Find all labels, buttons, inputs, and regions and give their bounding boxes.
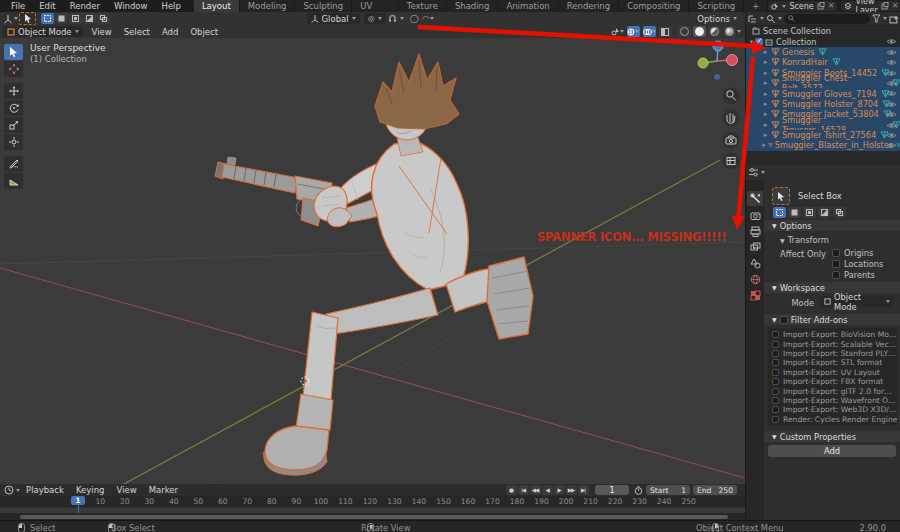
expand-arrow-icon[interactable]: ▸ (762, 48, 769, 56)
menu-item[interactable]: File (4, 1, 32, 11)
expand-arrow-icon[interactable]: ▸ (762, 90, 769, 98)
timeline-menu-item[interactable]: Playback (20, 485, 70, 495)
visibility-eye-icon[interactable] (886, 80, 897, 87)
expand-arrow-icon[interactable]: ▸ (762, 131, 769, 139)
select-mode-extend-button[interactable] (55, 13, 68, 24)
snap-target-dropdown[interactable]: ◎ (364, 13, 386, 24)
transport-button[interactable]: ▶▶ (566, 485, 577, 495)
outliner-object-row[interactable]: ▸ Smuggler Trousers_16528 (746, 120, 900, 130)
scene-name[interactable]: Scene (789, 2, 813, 11)
chevron-down-icon[interactable] (778, 17, 782, 20)
mode-intersect-button[interactable] (833, 207, 846, 218)
workspace-tab[interactable]: Animation (498, 0, 558, 12)
filter-addons-checkbox[interactable] (780, 316, 788, 324)
remove-view-layer-icon[interactable]: ✕ (892, 2, 899, 10)
expand-arrow-icon[interactable]: ▸ (762, 79, 769, 87)
tool-scale[interactable] (4, 117, 23, 133)
options-dropdown[interactable]: Options (693, 13, 741, 24)
workspace-tab[interactable]: Shading (447, 0, 499, 12)
proportional-editing-toggle[interactable]: ◯ (408, 13, 421, 24)
addon-checkbox[interactable] (772, 331, 779, 338)
visibility-eye-icon[interactable] (886, 49, 897, 56)
tool-cursor[interactable] (4, 61, 23, 77)
select-mode-intersect-button[interactable] (97, 13, 110, 24)
transform-subpanel-header[interactable]: ▼Transform (780, 235, 829, 245)
expand-arrow-icon[interactable]: ▸ (762, 100, 769, 108)
tool-rotate[interactable] (4, 100, 23, 116)
transform-orientation-dropdown[interactable]: Global (307, 13, 360, 24)
workspace-tab[interactable]: Sculpting (295, 0, 352, 12)
tool-annotate[interactable] (4, 156, 23, 172)
mode-set-button[interactable] (773, 207, 786, 218)
transport-button[interactable]: ▶| (578, 485, 589, 495)
unlink-scene-icon[interactable]: ✕ (828, 2, 835, 10)
collection-checkbox[interactable] (755, 38, 763, 46)
tool-transform[interactable] (4, 134, 23, 150)
expand-arrow-icon[interactable]: ▸ (762, 69, 769, 77)
collapse-arrow-icon[interactable]: ▾ (748, 38, 755, 46)
select-mode-set-button[interactable] (41, 13, 54, 24)
viewport-3d[interactable]: User Perspective (1) Collection SPANNER … (0, 38, 745, 484)
addon-checkbox[interactable] (772, 341, 779, 348)
viewport-menu-item[interactable]: Object (184, 27, 224, 37)
outliner-search-input[interactable] (784, 14, 871, 24)
tool-measure[interactable] (4, 173, 23, 189)
outliner-object-row[interactable]: ▸ Smuggler Gloves_7194 (746, 88, 900, 98)
funnel-filter-icon[interactable] (872, 14, 881, 23)
new-collection-icon[interactable] (889, 14, 899, 24)
view-layer-selector[interactable]: View Layer ✕ (841, 1, 900, 11)
mode-invert-button[interactable] (818, 207, 831, 218)
addon-checkbox[interactable] (772, 388, 779, 395)
expand-arrow-icon[interactable]: ▸ (762, 58, 769, 66)
visibility-eye-icon[interactable] (886, 142, 897, 149)
addon-row[interactable]: Import-Export: Wavefront OBJ format (768, 396, 898, 405)
tab-tool[interactable] (747, 191, 763, 206)
timeline-menu-item[interactable]: Marker (143, 485, 184, 495)
shading-wireframe-button[interactable] (678, 26, 691, 37)
transport-button[interactable]: ◀◀ (530, 485, 541, 495)
character-model[interactable] (215, 54, 533, 475)
workspace-tab[interactable]: Rendering (559, 0, 619, 12)
tab-texture[interactable] (747, 288, 763, 303)
addon-checkbox[interactable] (772, 397, 779, 404)
select-mode-subtract-button[interactable] (69, 13, 82, 24)
workspace-tab[interactable]: UV Editing (352, 0, 399, 12)
start-frame-field[interactable]: Start1 (646, 485, 690, 495)
addon-row[interactable]: Import-Export: UV Layout (768, 368, 898, 377)
editor-type-button[interactable] (3, 13, 18, 24)
timeline-menu-item[interactable]: View (111, 485, 143, 495)
locations-checkbox[interactable] (832, 260, 840, 268)
outliner-collection-row[interactable]: ▾ Collection (746, 36, 900, 46)
mode-dropdown[interactable]: Object Mode (3, 26, 83, 37)
shading-material-button[interactable] (708, 26, 721, 37)
snap-magnet-toggle[interactable] (386, 13, 399, 24)
workspace-tab[interactable]: Modeling (240, 0, 296, 12)
addon-row[interactable]: Render: Cycles Render Engine (768, 415, 898, 424)
options-panel-header[interactable]: ▼Options (764, 220, 900, 231)
end-frame-field[interactable]: End250 (693, 485, 737, 495)
transport-button[interactable]: ● (506, 485, 517, 495)
workspace-tab[interactable]: Compositing (619, 0, 689, 12)
visibility-eye-icon[interactable] (886, 90, 897, 97)
workspace-tab[interactable]: Texture Paint (399, 0, 447, 12)
viewport-menu-item[interactable]: Select (118, 27, 156, 37)
tab-scene[interactable] (747, 256, 763, 271)
outliner-object-row[interactable]: ▸ Smuggler Tshirt_27564 (746, 130, 900, 140)
visibility-eye-icon[interactable] (886, 101, 897, 108)
outliner-filter-icon[interactable] (766, 14, 776, 24)
affect-locations-row[interactable]: Locations (832, 259, 883, 269)
addon-checkbox[interactable] (772, 416, 779, 423)
workspace-tab[interactable]: Scripting (689, 0, 744, 12)
custom-properties-header[interactable]: ▼Custom Properties (764, 431, 900, 442)
new-scene-icon[interactable] (817, 2, 825, 10)
viewport-nav-buttons[interactable] (723, 88, 740, 170)
outliner-display-mode-icon[interactable] (748, 14, 758, 24)
timeline-ruler[interactable]: 1020304050607080901001101201301401501601… (0, 496, 745, 507)
outliner-object-row[interactable]: ▸ Smuggler Chest Belt_3572 (746, 78, 900, 88)
overlays-toggle[interactable] (643, 26, 656, 37)
object-visibility-dropdown[interactable] (611, 26, 624, 37)
active-tool-button[interactable] (19, 12, 36, 25)
properties-editor-type-button[interactable] (748, 167, 765, 178)
addon-row[interactable]: Import-Export: BioVision Motion Capture … (768, 330, 898, 339)
shading-rendered-button[interactable] (723, 26, 736, 37)
